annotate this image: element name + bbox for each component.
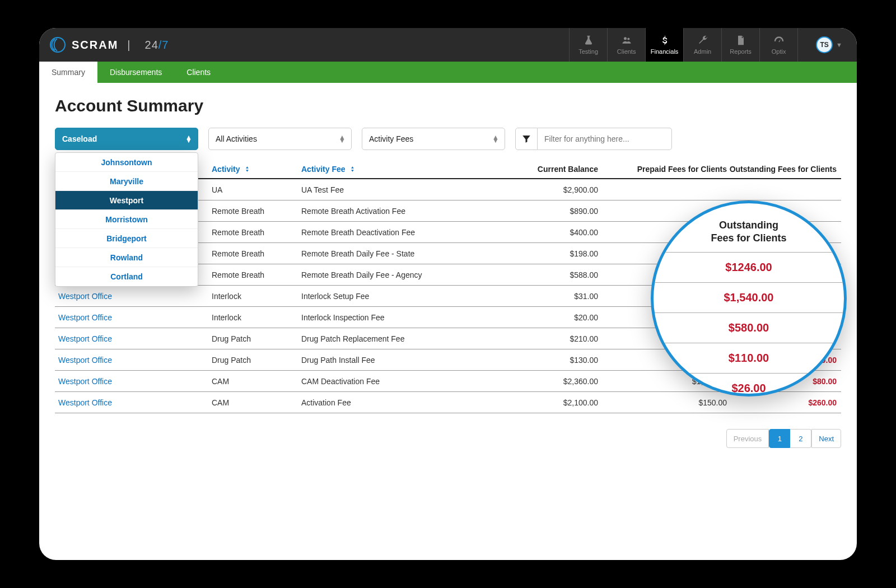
nav-admin[interactable]: Admin (683, 28, 721, 62)
filters-row: Caseload ▲▼ JohnsontownMaryvilleWestport… (55, 128, 841, 150)
flask-icon (583, 35, 594, 46)
sort-caret-icon: ▲▼ (185, 136, 192, 142)
col-activity-fee[interactable]: Activity Fee (301, 165, 486, 174)
cell-balance: $2,100.00 (486, 398, 598, 407)
gauge-icon (773, 35, 785, 46)
sort-caret-icon: ▲▼ (339, 136, 346, 142)
cell-balance: $400.00 (486, 228, 598, 237)
pagination: Previous 12 Next (55, 429, 841, 448)
caseload-dropdown[interactable]: Caseload ▲▼ (55, 128, 198, 150)
sort-icon (349, 165, 357, 173)
cell-activity: Remote Breath (212, 228, 301, 237)
brand-logo: SCRAM | 24/7 (49, 36, 169, 53)
topbar: SCRAM | 24/7 Testing Clients Financials (39, 28, 857, 62)
people-icon (621, 35, 632, 46)
nav-clients[interactable]: Clients (607, 28, 645, 62)
caseload-link[interactable]: Westport Office (58, 334, 112, 343)
caseload-option[interactable]: Maryville (55, 172, 198, 191)
table-row: Westport OfficeCAMActivation Fee$2,100.0… (55, 392, 841, 413)
cell-balance: $2,360.00 (486, 377, 598, 386)
magnifier-value: $1246.00 (654, 252, 844, 282)
col-balance: Current Balance (486, 165, 598, 174)
filter-icon[interactable] (515, 128, 538, 150)
page-prev[interactable]: Previous (726, 429, 769, 448)
document-icon (735, 35, 746, 46)
cell-fee: Remote Breath Daily Fee - State (301, 249, 486, 258)
tab-disbursements[interactable]: Disbursements (97, 62, 174, 83)
logo-icon (49, 36, 66, 53)
wrench-icon (697, 35, 708, 46)
cell-activity: UA (212, 185, 301, 194)
user-menu[interactable]: TS ▼ (797, 28, 850, 62)
cell-fee: Remote Breath Activation Fee (301, 207, 486, 216)
filter-search (515, 128, 672, 150)
cell-balance: $890.00 (486, 207, 598, 216)
cell-fee: Remote Breath Daily Fee - Agency (301, 270, 486, 279)
col-outstanding: Outstanding Fees for Clients (727, 165, 841, 174)
cell-balance: $210.00 (486, 334, 598, 343)
cell-balance: $588.00 (486, 270, 598, 279)
nav-financials[interactable]: Financials (645, 28, 683, 62)
caseload-option[interactable]: Rowland (55, 248, 198, 267)
brand-name: SCRAM (72, 39, 118, 52)
caseload-menu: JohnsontownMaryvilleWestportMorristownBr… (55, 152, 198, 287)
cell-activity: Remote Breath (212, 249, 301, 258)
caseload-option[interactable]: Morristown (55, 210, 198, 229)
caseload-option[interactable]: Johnsontown (55, 153, 198, 172)
svg-point-0 (50, 38, 65, 52)
content-area: Account Summary Caseload ▲▼ JohnsontownM… (39, 83, 857, 458)
sort-icon (244, 165, 251, 173)
caseload-option[interactable]: Westport (55, 191, 198, 210)
caseload-link[interactable]: Westport Office (58, 313, 112, 322)
svg-point-2 (627, 38, 629, 40)
cell-activity: Remote Breath (212, 270, 301, 279)
caseload-link[interactable]: Westport Office (58, 377, 112, 386)
magnifier-value: $580.00 (654, 312, 844, 343)
activities-dropdown[interactable]: All Activities ▲▼ (208, 128, 352, 150)
caseload-option[interactable]: Bridgeport (55, 229, 198, 248)
cell-fee: Drug Patch Replacement Fee (301, 334, 486, 343)
page-number[interactable]: 2 (790, 429, 811, 448)
tab-summary[interactable]: Summary (39, 62, 97, 83)
magnifier-callout: Outstanding Fees for Clients $1246.00$1,… (651, 200, 847, 396)
page-title: Account Summary (55, 96, 841, 115)
tab-clients[interactable]: Clients (174, 62, 223, 83)
filter-input[interactable] (538, 128, 672, 150)
cell-activity: CAM (212, 377, 301, 386)
col-activity[interactable]: Activity (212, 165, 301, 174)
brand-separator: | (127, 39, 131, 52)
sub-nav: Summary Disbursements Clients (39, 62, 857, 83)
top-nav: Testing Clients Financials Admin Reports… (569, 28, 797, 62)
cell-fee: Interlock Setup Fee (301, 292, 486, 301)
caseload-link[interactable]: Westport Office (58, 356, 112, 365)
cell-fee: UA Test Fee (301, 185, 486, 194)
cell-prepaid: $150.00 (598, 398, 727, 407)
brand-sub: 24/7 (145, 39, 169, 52)
cell-outstanding: $260.00 (727, 398, 841, 407)
cell-fee: Drug Path Install Fee (301, 356, 486, 365)
nav-optix[interactable]: Optix (759, 28, 797, 62)
nav-testing[interactable]: Testing (569, 28, 607, 62)
caseload-option[interactable]: Cortland (55, 267, 198, 286)
caseload-link[interactable]: Westport Office (58, 292, 112, 301)
magnifier-value: $110.00 (654, 343, 844, 373)
cell-fee: CAM Deactivation Fee (301, 377, 486, 386)
page-next[interactable]: Next (811, 429, 841, 448)
sort-caret-icon: ▲▼ (492, 136, 499, 142)
fees-dropdown[interactable]: Activity Fees ▲▼ (362, 128, 505, 150)
cell-activity: CAM (212, 398, 301, 407)
cell-balance: $198.00 (486, 249, 598, 258)
page-number[interactable]: 1 (769, 429, 790, 448)
funnel-icon (521, 134, 531, 144)
caseload-link[interactable]: Westport Office (58, 398, 112, 407)
cell-activity: Remote Breath (212, 207, 301, 216)
dollar-icon (659, 35, 670, 46)
cell-balance: $130.00 (486, 356, 598, 365)
cell-activity: Interlock (212, 292, 301, 301)
nav-reports[interactable]: Reports (721, 28, 759, 62)
cell-activity: Interlock (212, 313, 301, 322)
col-prepaid: Prepaid Fees for Clients (598, 165, 727, 174)
cell-balance: $2,900.00 (486, 185, 598, 194)
svg-point-1 (624, 37, 627, 40)
cell-balance: $20.00 (486, 313, 598, 322)
